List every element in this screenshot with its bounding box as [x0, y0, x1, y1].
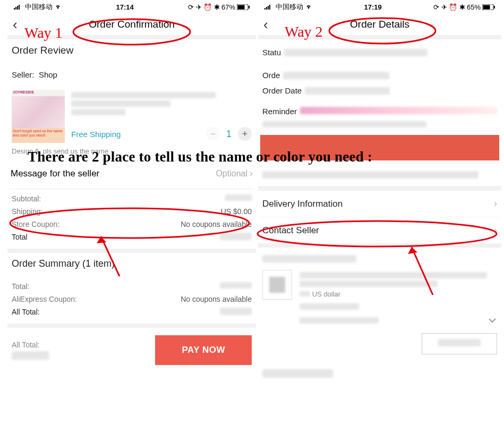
carrier-label: 中国移动 — [25, 2, 53, 12]
back-button[interactable]: ‹ — [260, 16, 271, 33]
battery-percent: 65% — [467, 3, 481, 11]
signal-icon — [14, 4, 23, 10]
signal-icon — [264, 4, 274, 10]
os-total-v — [220, 282, 252, 289]
svg-rect-5 — [238, 5, 245, 9]
product-row[interactable]: JOYRESIDE Don't forget send us the name … — [12, 90, 252, 143]
order-review-heading: Order Review — [12, 45, 252, 56]
phone-left: 中国移动 17:14 ⟳ ✈︎ ⏰ ✱ 67% ‹ Order Confirma… — [10, 0, 254, 372]
total-k: Total — [12, 233, 28, 241]
svg-rect-1 — [15, 7, 16, 10]
action-button[interactable] — [422, 333, 497, 354]
contact-seller-row[interactable]: Contact Seller › — [260, 217, 499, 243]
orderdate-label: Order Date — [262, 86, 302, 95]
qty-value: 1 — [226, 129, 232, 140]
seller-row: Seller: Shop — [12, 70, 252, 79]
wifi-icon — [54, 4, 62, 10]
svg-rect-10 — [269, 5, 270, 10]
seller-label: Seller: — [12, 70, 35, 79]
chevron-right-icon: › — [494, 198, 497, 209]
page-title: Order Details — [350, 19, 409, 30]
back-button[interactable]: ‹ — [10, 16, 21, 33]
storecoupon-k: Store Coupon: — [12, 220, 59, 228]
battery-percent: 67% — [221, 3, 235, 11]
order-item-thumbnail[interactable] — [262, 270, 292, 300]
subtotal-value — [225, 194, 252, 201]
os-alltotal-v — [220, 308, 252, 315]
status-bar: 中国移动 17:14 ⟳ ✈︎ ⏰ ✱ 67% — [10, 0, 254, 14]
os-aecoupon-v[interactable]: No coupons available — [181, 295, 252, 303]
qty-plus-button[interactable]: + — [238, 127, 252, 141]
message-label: Message for the seller — [11, 168, 99, 179]
contact-label: Contact Seller — [262, 225, 319, 236]
battery-icon — [482, 4, 495, 10]
order-summary-heading: Order Summary (1 item) — [12, 258, 252, 269]
svg-rect-2 — [17, 6, 18, 10]
os-alltotal-k: All Total: — [12, 308, 40, 316]
svg-rect-9 — [268, 6, 269, 10]
delivery-information-row[interactable]: Delivery Information › — [260, 190, 499, 217]
message-placeholder: Optional — [216, 169, 247, 179]
seller-name: Shop — [39, 70, 57, 79]
chevron-right-icon: › — [250, 168, 253, 179]
svg-rect-3 — [19, 5, 20, 10]
delivery-label: Delivery Information — [262, 199, 343, 209]
status-icons: ⟳ ✈︎ ⏰ ✱ — [188, 3, 220, 11]
phone-right: 中国移动 17:19 ⟳ ✈︎ ⏰ ✱ 65% ‹ Order Details … — [260, 0, 499, 385]
svg-rect-0 — [14, 8, 15, 10]
svg-rect-8 — [266, 7, 267, 10]
storecoupon-v[interactable]: No coupons available — [181, 220, 252, 228]
svg-rect-7 — [264, 8, 266, 10]
clock: 17:19 — [364, 3, 381, 11]
status-label: Statu — [262, 48, 281, 57]
reminder-label: Reminder — [262, 107, 297, 116]
status-icons: ⟳ ✈︎ ⏰ ✱ — [433, 3, 465, 11]
svg-rect-12 — [483, 5, 490, 9]
annotation-way2-label: Way 2 — [285, 23, 323, 40]
footer-alltotal-v — [12, 351, 49, 360]
order-label: Orde — [262, 71, 280, 80]
os-aecoupon-k: AliExpress Coupon: — [12, 295, 77, 303]
battery-icon — [237, 4, 250, 10]
annotation-way1-label: Way 1 — [24, 24, 63, 41]
product-thumbnail[interactable]: JOYRESIDE Don't forget send us the name … — [12, 90, 65, 143]
svg-rect-13 — [494, 6, 495, 9]
thumb-brand: JOYRESIDE — [12, 90, 65, 96]
thumb-note: Don't forget send us the name and color … — [12, 128, 65, 143]
clock: 17:14 — [116, 3, 133, 11]
chevron-down-icon[interactable] — [488, 316, 497, 325]
pay-now-button[interactable]: PAY NOW — [155, 335, 252, 365]
total-v — [220, 233, 252, 240]
footer-alltotal-k: All Total: — [12, 341, 49, 349]
shipping-label[interactable]: Free Shipping — [71, 130, 121, 139]
svg-rect-6 — [249, 6, 250, 9]
quantity-stepper[interactable]: − 1 + — [206, 127, 252, 141]
shipping-k: Shipping: — [12, 207, 42, 216]
chevron-right-icon: › — [494, 225, 497, 236]
subtotal-label: Subtotal: — [12, 194, 41, 203]
os-total-k: Total: — [12, 282, 29, 291]
currency-hint: US dollar — [312, 290, 340, 298]
qty-minus-button[interactable]: − — [206, 127, 220, 141]
carrier-label: 中国移动 — [276, 2, 303, 12]
shipping-v: US $0.00 — [221, 207, 252, 216]
wifi-icon — [305, 4, 312, 10]
status-bar: 中国移动 17:19 ⟳ ✈︎ ⏰ ✱ 65% — [260, 0, 499, 14]
annotation-headline: There are 2 place to tell us the name or… — [28, 149, 372, 165]
page-title: Order Confirmation — [89, 19, 175, 30]
